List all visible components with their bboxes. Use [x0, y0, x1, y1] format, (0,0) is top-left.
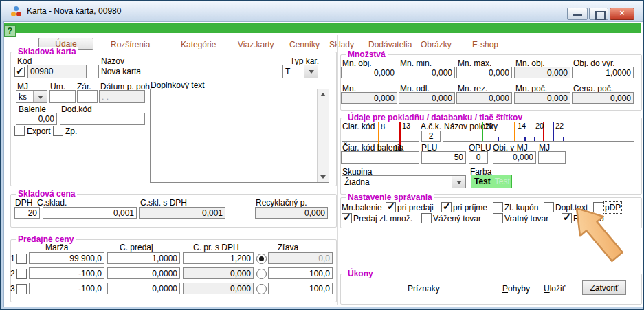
zlkupon-checkbox[interactable]	[493, 202, 503, 212]
chevron-down-icon[interactable]	[304, 65, 318, 78]
help-button[interactable]: ?	[4, 25, 16, 37]
price-row-radio[interactable]	[256, 269, 267, 279]
marza-field[interactable]: 99 900,0	[29, 252, 104, 264]
price-row-checkbox[interactable]	[16, 284, 27, 294]
plu-field[interactable]: 50	[421, 151, 466, 164]
qty-field: 0,000	[572, 92, 634, 104]
um-field[interactable]	[49, 90, 76, 103]
qty-field[interactable]: 0,000	[341, 67, 397, 78]
vratnytovar-checkbox[interactable]	[493, 213, 503, 223]
minimize-button[interactable]	[567, 8, 588, 20]
marza-field[interactable]: -100,0	[29, 283, 104, 294]
farba-swatch[interactable]: Test Test	[471, 175, 512, 188]
pripredaji-checkbox[interactable]	[386, 202, 396, 212]
pohyby-button[interactable]: Pohyby	[502, 284, 530, 294]
qty-field[interactable]: 1,0000	[572, 67, 634, 78]
minimize-icon	[573, 14, 582, 16]
sdph-field: 0,000	[183, 283, 254, 294]
mnbalenie-label: Mn.balenie	[342, 203, 382, 212]
dopltext-check-label: Dopl.text	[555, 203, 588, 212]
skupina-combo[interactable]: Žiadna	[342, 175, 466, 188]
maximize-icon	[595, 11, 606, 20]
zatvorit-button[interactable]: Zatvoriť	[582, 280, 626, 295]
nazovpol-field[interactable]	[443, 131, 634, 142]
price-row-checkbox[interactable]	[16, 254, 27, 264]
chevron-down-icon[interactable]	[33, 91, 47, 102]
zp-checkbox[interactable]	[53, 126, 63, 136]
status-strip	[4, 23, 641, 33]
len10-marker-label: 10	[485, 122, 493, 130]
export-checkbox[interactable]	[14, 126, 25, 136]
cskldph-field: 0,001	[139, 207, 225, 219]
price-row-radio[interactable]	[256, 254, 267, 264]
ruler-tick	[534, 137, 535, 141]
close-icon: ×	[619, 8, 624, 18]
rozinfo-checkbox[interactable]	[562, 213, 572, 223]
tab-viazkarty[interactable]: Viaz.karty	[238, 40, 274, 49]
farba-sample-text: Test	[474, 177, 491, 186]
chevron-down-icon[interactable]	[452, 176, 465, 188]
qty-field[interactable]: 0,000	[456, 67, 512, 78]
qty-field: 0,000	[341, 92, 397, 104]
ciarkod-field[interactable]	[342, 131, 419, 142]
cskldph-label: C.skl. s DPH	[140, 198, 187, 208]
marza-field[interactable]: -100,0	[29, 267, 104, 279]
dopltext-textarea[interactable]	[150, 89, 329, 183]
priznaky-button[interactable]: Príznaky	[408, 284, 440, 294]
tab-sklady[interactable]: Sklady	[329, 40, 354, 49]
textarea-scrollbar[interactable]	[317, 89, 329, 182]
tab-kategorie[interactable]: Kategórie	[181, 40, 216, 49]
zlava-field[interactable]: 100,0	[268, 283, 333, 294]
mj2-field[interactable]	[538, 151, 566, 164]
zlava-field[interactable]: 100,0	[268, 267, 333, 279]
predajzlmnoz-checkbox[interactable]	[342, 213, 352, 223]
vazenytovar-checkbox[interactable]	[421, 213, 432, 223]
sdph-field: 0,000	[183, 267, 254, 279]
pdp-label: pDP	[605, 203, 621, 212]
balenie-field[interactable]: 0,00	[16, 113, 57, 125]
kod-field[interactable]: 00980	[27, 65, 87, 78]
tab-obrazky[interactable]: Obrázky	[421, 40, 452, 49]
scroll-up-icon[interactable]	[318, 89, 329, 100]
scroll-down-icon[interactable]	[318, 171, 329, 182]
sdph-field[interactable]: 1,200	[183, 252, 254, 264]
ulozit-button[interactable]: Uložiť	[544, 284, 565, 294]
price-row-num: 1	[10, 254, 15, 263]
tab-cenniky[interactable]: Cenníky	[289, 40, 320, 49]
balenia-field[interactable]	[341, 151, 419, 164]
kod-checkbox[interactable]	[14, 67, 25, 77]
predaj-field[interactable]: 0,0000	[107, 267, 180, 279]
dph-field[interactable]: 20	[14, 207, 40, 219]
mj-combo[interactable]: ks	[16, 90, 47, 103]
price-row-checkbox[interactable]	[16, 269, 27, 279]
marza-header: Marža	[45, 243, 68, 252]
len22-marker-line	[553, 122, 554, 141]
pdp-checkbox[interactable]	[593, 202, 603, 212]
qty-field: 0,000	[514, 67, 570, 78]
ack-field[interactable]: 2	[421, 131, 441, 142]
tab-eshop[interactable]: E-shop	[472, 40, 498, 49]
predaj-field[interactable]: 0,0000	[107, 283, 180, 294]
maximize-button[interactable]	[589, 8, 608, 20]
priprijme-checkbox[interactable]	[441, 202, 452, 212]
price-row-radio[interactable]	[256, 284, 267, 294]
zar-field[interactable]	[77, 90, 98, 103]
dopltext-checkbox[interactable]	[544, 202, 554, 212]
export-label: Export	[27, 126, 51, 136]
csklad-field[interactable]: 0,001	[43, 207, 137, 219]
recykl-label: Recyklačný p.	[256, 198, 307, 208]
predaj-field[interactable]: 1,0000	[107, 252, 180, 264]
dodkod-field[interactable]	[60, 113, 145, 125]
nazov-field[interactable]: Nova karta	[98, 65, 280, 78]
qplu-field[interactable]: 0	[469, 151, 488, 164]
typkar-combo[interactable]: T	[282, 65, 318, 78]
objvmj-field[interactable]: 0,000	[493, 151, 536, 164]
tab-rozsirenia[interactable]: Rozšírenia	[111, 40, 150, 49]
qty-field[interactable]: 0,000	[399, 67, 455, 78]
column-divider	[337, 35, 338, 305]
rozinfo-label: Roz.Info	[573, 214, 604, 223]
close-button[interactable]: ×	[610, 8, 634, 20]
skupina-value: Žiadna	[342, 176, 452, 188]
price-row-num: 3	[10, 284, 15, 294]
tab-dodavatelia[interactable]: Dodávatelia	[368, 40, 412, 49]
